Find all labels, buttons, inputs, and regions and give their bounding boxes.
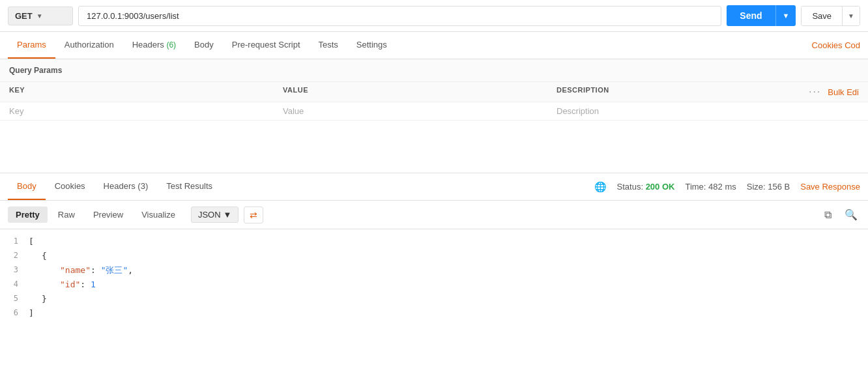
query-params-title: Query Params xyxy=(0,59,868,82)
line-num-4: 4 xyxy=(5,278,29,292)
globe-icon: 🌐 xyxy=(594,181,607,193)
json-line-5: 5 } xyxy=(0,292,868,306)
json-viewer: 1 [ 2 { 3 "name": "张三", 4 "id": 1 5 } 6 … xyxy=(0,229,868,326)
line-num-5: 5 xyxy=(5,292,29,306)
tab-authorization[interactable]: Authorization xyxy=(55,32,123,59)
col-value: VALUE xyxy=(283,86,557,98)
save-dropdown-button[interactable]: ▼ xyxy=(842,7,860,25)
json-content-2: { xyxy=(29,249,47,263)
format-tab-raw[interactable]: Raw xyxy=(50,207,83,223)
response-status: 🌐 Status: 200 OK Time: 482 ms Size: 156 … xyxy=(594,181,860,193)
value-placeholder: Value xyxy=(283,106,557,116)
method-label: GET xyxy=(15,11,33,21)
json-format-label: JSON xyxy=(198,210,221,220)
method-chevron: ▼ xyxy=(36,12,43,20)
json-content-3: "name": "张三", xyxy=(29,263,133,278)
bulk-edit-button[interactable]: Bulk Edi xyxy=(828,87,859,97)
json-format-chevron: ▼ xyxy=(224,210,232,220)
tab-tests[interactable]: Tests xyxy=(310,32,347,59)
format-bar: Pretty Raw Preview Visualize JSON ▼ ⇄ ⧉ … xyxy=(0,201,868,229)
url-input[interactable] xyxy=(78,6,721,26)
resp-tab-cookies[interactable]: Cookies xyxy=(46,173,94,200)
json-content-5: } xyxy=(29,292,47,306)
response-tabs: Body Cookies Headers (3) Test Results 🌐 … xyxy=(0,173,868,201)
copy-button[interactable]: ⧉ xyxy=(822,207,834,223)
col-description: DESCRIPTION xyxy=(557,86,809,98)
save-btn-group: Save ▼ xyxy=(801,6,860,26)
params-placeholder-row: Key Value Description xyxy=(0,102,868,121)
tab-params[interactable]: Params xyxy=(8,32,55,59)
send-button[interactable]: Send xyxy=(727,5,775,26)
resp-tab-headers[interactable]: Headers (3) xyxy=(94,173,158,200)
top-bar: GET ▼ Send ▼ Save ▼ xyxy=(0,0,868,32)
description-placeholder: Description xyxy=(557,106,859,116)
headers-badge: (6) xyxy=(166,40,176,50)
resp-tab-body[interactable]: Body xyxy=(8,173,46,200)
line-num-3: 3 xyxy=(5,263,29,278)
line-num-2: 2 xyxy=(5,249,29,263)
cookies-link[interactable]: Cookies Cod xyxy=(812,40,860,50)
col-key: KEY xyxy=(9,86,283,98)
tab-prerequest[interactable]: Pre-request Script xyxy=(223,32,310,59)
save-button[interactable]: Save xyxy=(802,7,842,25)
method-select[interactable]: GET ▼ xyxy=(8,7,73,25)
spacer xyxy=(0,121,868,147)
json-line-1: 1 [ xyxy=(0,235,868,249)
format-tab-visualize[interactable]: Visualize xyxy=(134,207,183,223)
send-btn-group: Send ▼ xyxy=(727,5,796,26)
status-value: 200 OK xyxy=(646,182,675,192)
params-header: KEY VALUE DESCRIPTION ··· Bulk Edi xyxy=(0,82,868,102)
line-num-6: 6 xyxy=(5,306,29,321)
json-content-4: "id": 1 xyxy=(29,278,96,292)
json-line-4: 4 "id": 1 xyxy=(0,278,868,292)
tab-body[interactable]: Body xyxy=(185,32,223,59)
line-num-1: 1 xyxy=(5,235,29,249)
resp-tab-testresults[interactable]: Test Results xyxy=(157,173,222,200)
tab-headers[interactable]: Headers (6) xyxy=(123,32,185,59)
send-dropdown-button[interactable]: ▼ xyxy=(775,5,796,26)
save-response-button[interactable]: Save Response xyxy=(800,182,860,192)
json-content-1: [ xyxy=(29,235,34,249)
json-line-3: 3 "name": "张三", xyxy=(0,263,868,278)
params-header-actions: ··· Bulk Edi xyxy=(809,86,859,98)
time-label: Time: 482 ms xyxy=(685,182,736,192)
json-line-2: 2 { xyxy=(0,249,868,263)
size-value: 156 B xyxy=(768,182,790,192)
format-tab-pretty[interactable]: Pretty xyxy=(8,207,48,223)
tab-settings[interactable]: Settings xyxy=(347,32,396,59)
size-label: Size: 156 B xyxy=(747,182,790,192)
more-options-button[interactable]: ··· xyxy=(809,86,821,98)
request-tabs: Params Authorization Headers (6) Body Pr… xyxy=(0,32,868,59)
wrap-button[interactable]: ⇄ xyxy=(244,207,263,223)
search-button[interactable]: 🔍 xyxy=(842,206,860,223)
json-content-6: ] xyxy=(29,306,34,321)
format-tab-preview[interactable]: Preview xyxy=(85,207,131,223)
time-value: 482 ms xyxy=(708,182,736,192)
status-label: Status: 200 OK xyxy=(617,182,675,192)
json-format-select[interactable]: JSON ▼ xyxy=(191,207,239,223)
key-placeholder: Key xyxy=(9,106,283,116)
wrap-icon: ⇄ xyxy=(250,210,257,220)
json-line-6: 6 ] xyxy=(0,306,868,321)
